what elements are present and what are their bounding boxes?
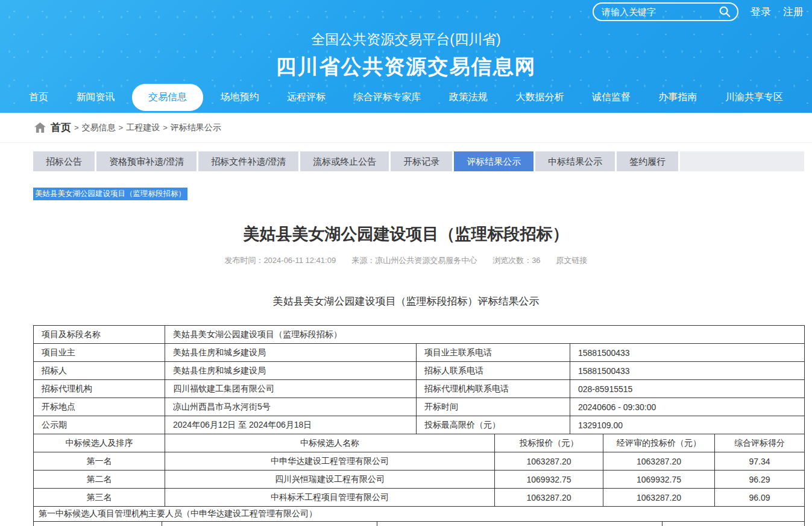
table-row: 项目业主 美姑县住房和城乡建设局 项目业主联系电话 15881500433 [34,344,805,362]
info-label: 招标代理机构联系电话 [417,380,570,398]
candidate-name: 中科标禾工程项目管理有限公司 [165,489,495,507]
info-label: 招标人联系电话 [417,362,570,380]
original-link[interactable]: 原文链接 [556,255,588,266]
personnel-section-table: 第一中标候选人项目管理机构主要人员（中申华达建设工程管理有限公司） 执业或职业资… [33,506,805,526]
info-label: 公示期 [34,416,165,434]
home-icon[interactable] [34,122,46,133]
table-row: 开标地点 凉山州西昌市马水河街5号 开标时间 20240606 - 09:30:… [34,398,805,416]
site-title: 四川省公共资源交易信息网 [0,53,812,81]
nav-item-home[interactable]: 首页 [18,84,59,110]
column-header: 投标报价（元） [495,434,603,452]
login-link[interactable]: 登录 [751,5,771,19]
document-subtitle: 美姑县美女湖公园建设项目（监理标段招标）评标结果公示 [0,294,812,308]
tab-document-clarification[interactable]: 招标文件补遗/澄清 [198,151,298,171]
nav-item-service-guide[interactable]: 办事指南 [648,84,708,110]
info-value: 15881500433 [570,344,805,362]
info-value: 美姑县住房和城乡建设局 [165,344,417,362]
info-label: 投标最高限价（元） [417,416,570,434]
info-value: 15881500433 [570,362,805,380]
candidates-table: 中标候选人及排序 中标候选人名称 投标报价（元） 经评审的投标价（元） 综合评标… [33,434,805,507]
candidate-name: 四川兴恒瑞建设工程有限公司 [165,471,495,489]
nav-item-credit-supervision[interactable]: 诚信监督 [581,84,641,110]
table-row: 执业或职业资格 职称 [34,522,805,526]
topbar: 登录 注册 [593,1,804,22]
table-row: 招标人 美姑县住房和城乡建设局 招标人联系电话 15881500433 [34,362,805,380]
section-note: 第一中标候选人项目管理机构主要人员（中申华达建设工程管理有限公司） [34,507,805,522]
candidate-name: 中申华达建设工程管理有限公司 [165,452,495,471]
tab-prequalification-clarification[interactable]: 资格预审补遗/澄清 [96,151,197,171]
info-value: 20240606 - 09:30:00 [570,398,805,416]
tab-failed-or-terminated[interactable]: 流标或终止公告 [300,151,389,171]
nav-item-trade-info[interactable]: 交易信息 [132,84,203,111]
tab-evaluation-results[interactable]: 评标结果公示 [454,151,533,171]
info-label: 项目及标段名称 [34,326,165,344]
main-nav: 首页 新闻资讯 交易信息 场地预约 远程评标 综合评标专家库 政策法规 大数据分… [18,83,794,112]
breadcrumb-trade-info[interactable]: 交易信息 [82,122,116,133]
table-row: 第三名 中科标禾工程项目管理有限公司 1063287.20 1063287.20… [34,489,805,507]
tabs-filler [680,151,804,171]
candidate-rank: 第三名 [34,489,165,507]
category-tabs: 招标公告 资格预审补遗/澄清 招标文件补遗/澄清 流标或终止公告 开标记录 评标… [33,151,804,171]
platform-title: 全国公共资源交易平台(四川省) [0,30,812,49]
personnel-header [34,522,162,526]
breadcrumb-evaluation-results[interactable]: 评标结果公示 [171,122,221,133]
breadcrumb-separator: > [163,123,168,132]
column-header: 经评审的投标价（元） [603,434,715,452]
info-label: 开标地点 [34,398,165,416]
article-title: 美姑县美女湖公园建设项目（监理标段招标） [0,223,812,245]
score: 96.09 [715,489,805,507]
table-row: 第一中标候选人项目管理机构主要人员（中申华达建设工程管理有限公司） [34,507,805,522]
evaluated-price: 1063287.20 [603,452,715,471]
bid-price: 1063287.20 [495,489,603,507]
nav-item-remote-evaluation[interactable]: 远程评标 [276,84,336,110]
selected-project-text: 美姑县美女湖公园建设项目（监理标段招标） [33,188,187,200]
nav-item-expert-pool[interactable]: 综合评标专家库 [343,84,432,110]
candidate-rank: 第一名 [34,452,165,471]
info-value: 四川福钦建工集团有限公司 [165,380,417,398]
nav-item-chuanyu-zone[interactable]: 川渝共享专区 [714,84,794,110]
info-value: 美姑县住房和城乡建设局 [165,362,417,380]
evaluated-price: 1069932.75 [603,471,715,489]
breadcrumb-separator: > [74,123,79,132]
search-box[interactable] [593,2,738,21]
info-value: 1329109.00 [570,416,805,434]
nav-item-venue-booking[interactable]: 场地预约 [210,84,270,110]
table-row: 第一名 中申华达建设工程管理有限公司 1063287.20 1063287.20… [34,452,805,471]
page: 登录 注册 全国公共资源交易平台(四川省) 四川省公共资源交易信息网 首页 新闻… [0,0,812,526]
info-value: 凉山州西昌市马水河街5号 [165,398,417,416]
breadcrumb-engineering[interactable]: 工程建设 [126,122,160,133]
column-header: 中标候选人名称 [165,434,495,452]
personnel-header: 职称 [663,522,805,526]
tab-award-results[interactable]: 中标结果公示 [535,151,615,171]
nav-item-news[interactable]: 新闻资讯 [66,84,126,110]
table-row: 招标代理机构 四川福钦建工集团有限公司 招标代理机构联系电话 028-85915… [34,380,805,398]
bid-price: 1063287.20 [495,452,603,471]
source: 来源：凉山州公共资源交易服务中心 [351,255,477,266]
info-value: 2024年06月12日 至 2024年06月18日 [165,416,417,434]
breadcrumb: 首页 > 交易信息 > 工程建设 > 评标结果公示 [0,113,812,143]
article-meta: 发布时间：2024-06-11 12:41:09 来源：凉山州公共资源交易服务中… [0,255,812,266]
info-value: 美姑县美女湖公园建设项目（监理标段招标） [165,326,805,344]
column-header: 综合评标得分 [715,434,805,452]
nav-item-policy[interactable]: 政策法规 [438,84,499,110]
personnel-header: 执业或职业资格 [377,522,663,526]
breadcrumb-home[interactable]: 首页 [51,121,71,135]
search-icon[interactable] [718,5,731,18]
table-row: 第二名 四川兴恒瑞建设工程有限公司 1069932.75 1069932.75 … [34,471,805,489]
register-link[interactable]: 注册 [783,5,804,19]
info-label: 项目业主 [34,344,165,362]
info-label: 招标代理机构 [34,380,165,398]
tab-contract-performance[interactable]: 签约履行 [617,151,678,171]
tab-bid-opening-record[interactable]: 开标记录 [391,151,452,171]
score: 96.29 [715,471,805,489]
candidates-header-row: 中标候选人及排序 中标候选人名称 投标报价（元） 经评审的投标价（元） 综合评标… [34,434,805,452]
tab-bid-announcement[interactable]: 招标公告 [33,151,95,171]
candidate-rank: 第二名 [34,471,165,489]
site-header: 登录 注册 全国公共资源交易平台(四川省) 四川省公共资源交易信息网 首页 新闻… [0,0,812,113]
info-label: 开标时间 [417,398,570,416]
search-input[interactable] [602,7,718,17]
column-header: 中标候选人及排序 [34,434,165,452]
info-label: 项目业主联系电话 [417,344,570,362]
breadcrumb-separator: > [119,123,124,132]
nav-item-big-data[interactable]: 大数据分析 [505,84,575,110]
